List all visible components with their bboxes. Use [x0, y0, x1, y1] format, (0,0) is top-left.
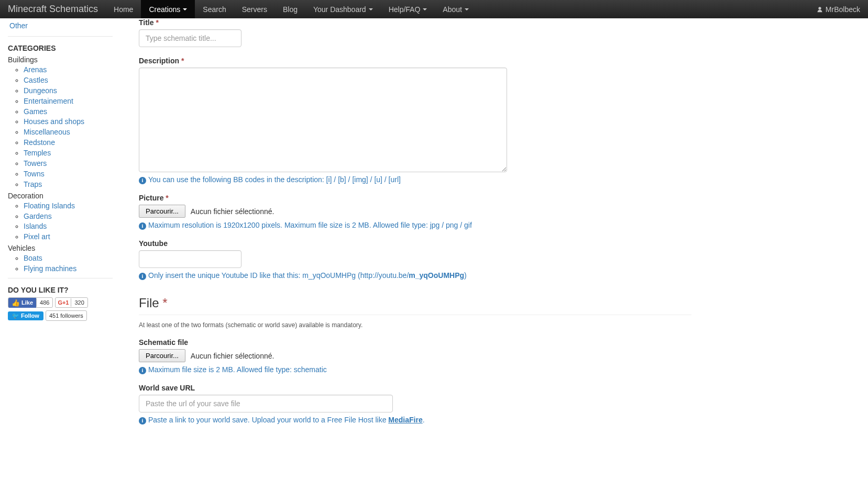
title-label: Title *: [139, 18, 691, 27]
cat-floating-islands[interactable]: Floating Islands: [24, 202, 75, 210]
mediafire-link[interactable]: MediaFire: [388, 416, 422, 424]
file-note: At least one of the two formats (schemat…: [139, 321, 691, 329]
nav-home[interactable]: Home: [106, 0, 141, 18]
brand[interactable]: Minecraft Schematics: [8, 4, 98, 15]
sidebar: Other CATEGORIES Buildings Arenas Castle…: [0, 18, 120, 450]
nav-blog[interactable]: Blog: [275, 0, 305, 18]
info-icon: i: [139, 222, 146, 230]
picture-label: Picture *: [139, 194, 691, 202]
cat-towers[interactable]: Towers: [24, 159, 47, 168]
facebook-like[interactable]: 👍Like 486: [8, 297, 53, 308]
fb-count: 486: [36, 298, 52, 307]
cat-redstone[interactable]: Redstone: [24, 138, 55, 147]
group-vehicles: Vehicles: [8, 244, 113, 252]
cat-dungeons[interactable]: Dungeons: [24, 86, 57, 95]
youtube-label: Youtube: [139, 239, 691, 248]
cat-games[interactable]: Games: [24, 107, 47, 116]
nav-creations[interactable]: Creations: [141, 0, 195, 18]
world-url-label: World save URL: [139, 384, 691, 392]
cat-arenas[interactable]: Arenas: [24, 65, 47, 74]
info-icon: i: [139, 417, 146, 425]
group-buildings: Buildings: [8, 55, 113, 64]
schematic-help: iMaximum file size is 2 MB. Allowed file…: [139, 365, 691, 374]
user-icon: [817, 6, 823, 13]
title-input[interactable]: [139, 29, 241, 47]
nav-servers[interactable]: Servers: [234, 0, 275, 18]
caret-icon: [465, 8, 469, 10]
nav-about[interactable]: About: [435, 0, 477, 18]
cat-islands[interactable]: Islands: [24, 222, 47, 230]
cat-towns[interactable]: Towns: [24, 170, 45, 178]
like-heading: DO YOU LIKE IT?: [8, 286, 113, 294]
svg-point-0: [818, 7, 821, 9]
schematic-label: Schematic file: [139, 338, 691, 347]
world-url-input[interactable]: [139, 395, 393, 412]
nav-dashboard[interactable]: Your Dashboard: [305, 0, 381, 18]
sidebar-link-other[interactable]: Other: [9, 21, 28, 30]
cat-gardens[interactable]: Gardens: [24, 212, 52, 220]
caret-icon: [423, 8, 427, 10]
description-label: Description *: [139, 57, 691, 65]
username: MrBolbeck: [826, 5, 860, 14]
picture-file-status: Aucun fichier sélectionné.: [191, 207, 274, 216]
file-section-heading: File *: [139, 296, 691, 315]
twitter-follow[interactable]: 🐦 Follow: [8, 310, 43, 321]
info-icon: i: [139, 177, 146, 184]
cat-entertainement[interactable]: Entertainement: [24, 97, 73, 105]
cat-misc[interactable]: Miscellaneous: [24, 128, 70, 136]
youtube-help: iOnly insert the unique Youtube ID like …: [139, 271, 691, 280]
schematic-browse-button[interactable]: Parcourir...: [139, 349, 185, 362]
main-content: Title * Description * iYou can use the f…: [120, 18, 702, 450]
caret-icon: [369, 8, 373, 10]
cat-temples[interactable]: Temples: [24, 149, 51, 157]
info-icon: i: [139, 273, 146, 280]
gplus-count: 320: [71, 298, 87, 307]
nav-search[interactable]: Search: [195, 0, 234, 18]
twitter-count: 451 followers: [46, 311, 86, 320]
caret-icon: [183, 8, 187, 10]
cat-boats[interactable]: Boats: [24, 254, 42, 262]
picture-browse-button[interactable]: Parcourir...: [139, 205, 185, 218]
schematic-file-status: Aucun fichier sélectionné.: [191, 352, 274, 360]
cat-flying[interactable]: Flying machines: [24, 264, 76, 273]
user-menu[interactable]: MrBolbeck: [817, 5, 860, 14]
description-help: iYou can use the following BB codes in t…: [139, 175, 691, 184]
world-help: iPaste a link to your world save. Upload…: [139, 416, 691, 425]
cat-houses[interactable]: Houses and shops: [24, 117, 84, 126]
description-textarea[interactable]: [139, 68, 507, 172]
cat-castles[interactable]: Castles: [24, 76, 48, 84]
cat-pixel-art[interactable]: Pixel art: [24, 232, 50, 241]
nav-help[interactable]: Help/FAQ: [381, 0, 435, 18]
categories-heading: CATEGORIES: [8, 44, 113, 52]
cat-traps[interactable]: Traps: [24, 180, 42, 188]
info-icon: i: [139, 367, 146, 374]
gplus-button[interactable]: G+1 320: [55, 297, 87, 308]
navbar: Minecraft Schematics Home Creations Sear…: [0, 0, 868, 18]
group-decoration: Decoration: [8, 192, 113, 200]
picture-help: iMaximum resolution is 1920x1200 pixels.…: [139, 221, 691, 230]
youtube-input[interactable]: [139, 250, 241, 268]
